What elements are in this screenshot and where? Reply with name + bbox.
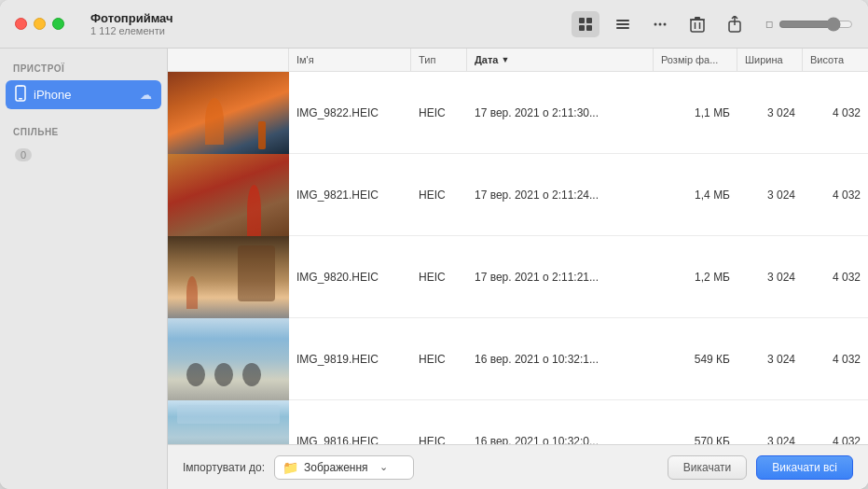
cell-name: IMG_9820.HEIC (289, 267, 411, 287)
cell-size: 1,2 МБ (654, 267, 737, 287)
col-header-width[interactable]: Ширина (737, 49, 803, 71)
svg-rect-1 (586, 18, 592, 23)
titlebar: Фотоприймач 1 112 елементи (0, 0, 868, 49)
thumbnail (168, 400, 289, 444)
table-row[interactable]: IMG_9822.HEIC HEIC 17 вер. 2021 о 2:11:3… (168, 72, 868, 154)
svg-point-8 (659, 22, 662, 25)
svg-point-7 (654, 22, 657, 25)
iphone-icon (15, 85, 26, 105)
sidebar-item-shared[interactable]: 0 (6, 144, 161, 166)
cell-size: 1,1 МБ (654, 103, 737, 123)
cell-height: 4 032 (803, 103, 868, 123)
svg-rect-3 (586, 25, 592, 31)
close-button[interactable] (15, 18, 27, 30)
cell-name: IMG_9822.HEIC (289, 103, 411, 123)
chevron-down-icon: ⌄ (379, 461, 388, 473)
grid-view-button[interactable] (572, 11, 599, 37)
main-body: ПРИСТРОЇ iPhone ☁ СПІЛЬНЕ 0 (0, 49, 868, 489)
svg-rect-10 (691, 20, 704, 32)
table-row[interactable]: IMG_9820.HEIC HEIC 17 вер. 2021 о 2:11:2… (168, 236, 868, 318)
cell-date: 16 вер. 2021 о 10:32:1... (467, 349, 654, 370)
svg-point-9 (664, 22, 667, 25)
content-area: Ім'я Тип Дата ▼ Розмір фа... Ширина Висо… (168, 49, 868, 489)
svg-rect-17 (19, 98, 22, 100)
import-button[interactable]: Викачати (668, 455, 748, 480)
cell-height: 4 032 (803, 431, 868, 444)
sidebar-item-iphone[interactable]: iPhone ☁ (6, 80, 161, 109)
cell-type: HEIC (411, 185, 467, 205)
table-header: Ім'я Тип Дата ▼ Розмір фа... Ширина Висо… (168, 49, 868, 72)
col-header-name[interactable]: Ім'я (289, 49, 411, 71)
cloud-icon: ☁ (140, 88, 152, 102)
thumbnail (168, 318, 289, 400)
svg-rect-18 (19, 86, 23, 87)
cell-height: 4 032 (803, 185, 868, 205)
col-header-size[interactable]: Розмір фа... (654, 49, 737, 71)
cell-width: 3 024 (737, 103, 803, 123)
cell-date: 16 вер. 2021 о 10:32:0... (467, 431, 654, 444)
more-button[interactable] (646, 11, 674, 37)
col-header-date[interactable]: Дата ▼ (467, 49, 654, 71)
cell-size: 1,4 МБ (654, 185, 737, 205)
col-header-height[interactable]: Висота (803, 49, 868, 71)
svg-rect-5 (616, 23, 629, 25)
svg-rect-2 (579, 25, 585, 31)
zoom-slider[interactable]: ◻ (765, 17, 853, 32)
thumbnail (168, 72, 289, 154)
sidebar: ПРИСТРОЇ iPhone ☁ СПІЛЬНЕ 0 (0, 49, 168, 489)
devices-section-header: ПРИСТРОЇ (0, 60, 167, 79)
sort-arrow-icon: ▼ (501, 55, 509, 64)
delete-button[interactable] (683, 11, 711, 37)
main-window: Фотоприймач 1 112 елементи (0, 0, 868, 489)
table-body: IMG_9822.HEIC HEIC 17 вер. 2021 о 2:11:3… (168, 72, 868, 444)
table-row[interactable]: IMG_9819.HEIC HEIC 16 вер. 2021 о 10:32:… (168, 318, 868, 400)
folder-selector[interactable]: 📁 Зображення ⌄ (274, 455, 414, 480)
traffic-lights (15, 18, 64, 30)
shared-section-header: СПІЛЬНЕ (0, 123, 167, 143)
folder-name: Зображення (304, 461, 368, 474)
list-view-button[interactable] (609, 11, 637, 37)
cell-width: 3 024 (737, 267, 803, 287)
folder-icon: 📁 (282, 460, 298, 475)
import-label: Імпортувати до: (183, 461, 265, 474)
cell-type: HEIC (411, 431, 467, 444)
cell-name: IMG_9821.HEIC (289, 185, 411, 205)
shared-badge: 0 (15, 148, 32, 161)
minimize-button[interactable] (34, 18, 46, 30)
cell-height: 4 032 (803, 267, 868, 287)
zoom-out-icon: ◻ (765, 19, 773, 29)
subtitle: 1 112 елементи (90, 25, 572, 36)
cell-width: 3 024 (737, 185, 803, 205)
thumbnail (168, 236, 289, 318)
cell-size: 570 КБ (654, 431, 737, 444)
footer: Імпортувати до: 📁 Зображення ⌄ Викачати … (168, 444, 868, 489)
cell-size: 549 КБ (654, 349, 737, 370)
app-title: Фотоприймач (90, 11, 572, 25)
cell-name: IMG_9816.HEIC (289, 431, 411, 444)
svg-rect-0 (579, 18, 585, 23)
col-header-thumb (168, 49, 289, 71)
import-all-button[interactable]: Викачати всі (756, 455, 853, 480)
cell-type: HEIC (411, 267, 467, 287)
cell-height: 4 032 (803, 349, 868, 370)
col-header-type[interactable]: Тип (411, 49, 467, 71)
iphone-label: iPhone (34, 88, 132, 102)
zoom-range-input[interactable] (778, 17, 853, 32)
cell-date: 17 вер. 2021 о 2:11:30... (467, 103, 654, 123)
table-row[interactable]: IMG_9816.HEIC HEIC 16 вер. 2021 о 10:32:… (168, 400, 868, 444)
cell-type: HEIC (411, 103, 467, 123)
cell-date: 17 вер. 2021 о 2:11:24... (467, 185, 654, 205)
svg-rect-6 (616, 27, 629, 29)
cell-type: HEIC (411, 349, 467, 370)
title-area: Фотоприймач 1 112 елементи (90, 11, 572, 36)
cell-name: IMG_9819.HEIC (289, 349, 411, 370)
table-row[interactable]: IMG_9821.HEIC HEIC 17 вер. 2021 о 2:11:2… (168, 154, 868, 236)
thumbnail (168, 154, 289, 236)
toolbar: ◻ (572, 11, 853, 37)
share-button[interactable] (721, 11, 749, 37)
cell-width: 3 024 (737, 349, 803, 370)
cell-width: 3 024 (737, 431, 803, 444)
svg-rect-4 (616, 20, 629, 21)
cell-date: 17 вер. 2021 о 2:11:21... (467, 267, 654, 287)
maximize-button[interactable] (52, 18, 64, 30)
